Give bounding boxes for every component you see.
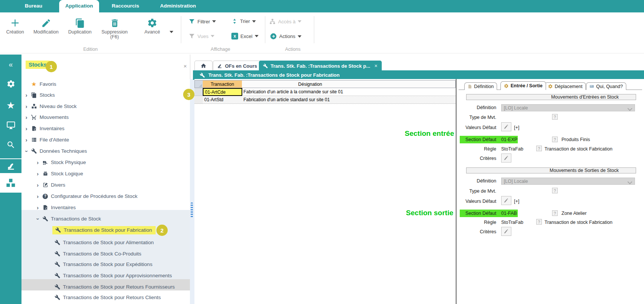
menu-bureau[interactable]: Bureau	[18, 0, 49, 11]
wrench-icon	[54, 284, 61, 290]
help-button[interactable]: ?	[552, 137, 558, 142]
definition-combobox[interactable]: [LO] Locale	[501, 178, 635, 185]
sidebar-item-label: Niveau de Stock	[40, 103, 76, 109]
sidebar-item-favoris[interactable]: ★ Favoris	[21, 79, 192, 90]
tab-label: Définition	[474, 84, 494, 89]
column-header-designation[interactable]: Désignation	[242, 80, 379, 88]
group-label-edition: Edition	[68, 47, 113, 52]
cell-designation[interactable]: Fabrication d'un article à la commande s…	[242, 88, 456, 96]
column-header-transaction[interactable]: Transaction	[203, 80, 242, 88]
chevron-right-icon[interactable]: ›	[35, 161, 40, 164]
row-selector[interactable]	[194, 96, 203, 104]
tab-entree-sortie[interactable]: Entrée / Sortie	[500, 81, 546, 90]
annotation-badge-2: 2	[156, 225, 168, 236]
help-button[interactable]: ?	[552, 210, 558, 216]
sidebar-item-niveau-de-stock[interactable]: › Niveau de Stock	[21, 101, 192, 112]
settings-wheel-icon[interactable]	[0, 79, 21, 88]
help-button[interactable]: ?	[552, 188, 558, 193]
duplicate-button[interactable]: Duplication	[64, 15, 96, 35]
sidebar-item-stock-physique[interactable]: › Stock Physique	[21, 157, 203, 168]
field-label-valeurs-defaut: Valeurs Défaut	[459, 199, 496, 204]
stocks-module-icon[interactable]	[0, 173, 21, 193]
hand-edit-button[interactable]	[501, 196, 511, 205]
sidebar-item-inventaires[interactable]: › Inventaires	[21, 123, 192, 134]
filter-button[interactable]: Filtrer	[188, 18, 216, 25]
chevron-right-icon[interactable]: ›	[24, 116, 29, 119]
chevron-down-icon[interactable]: ›	[24, 149, 29, 153]
field-label-type-mvt: Type de Mvt.	[459, 115, 496, 120]
cell-transaction[interactable]: 01-ArtStd	[203, 96, 242, 104]
tab-definition[interactable]: Définition	[464, 82, 497, 90]
row-selector[interactable]	[194, 88, 203, 96]
sort-button[interactable]: Trier	[231, 18, 256, 24]
help-button[interactable]: ?	[536, 146, 542, 151]
dropdown-caret-icon[interactable]	[170, 31, 173, 33]
monitor-icon[interactable]	[0, 121, 21, 130]
grid-corner-cell[interactable]	[194, 80, 203, 88]
tab-deplacement[interactable]: Déplacement	[545, 82, 586, 90]
favorites-star-icon[interactable]: ★	[0, 100, 21, 111]
funnel-icon	[188, 33, 195, 40]
sidebar-item-donnees-techniques[interactable]: › Données Techniques	[21, 146, 192, 157]
wrench-icon	[41, 216, 49, 222]
actions-button[interactable]: Actions	[270, 33, 301, 40]
create-button[interactable]: Création	[0, 15, 31, 35]
excel-button[interactable]: x Excel	[231, 33, 259, 40]
help-button[interactable]: ?	[536, 219, 542, 225]
view-title-bar: Trans. Stk. Fab. :Transactions de Stock …	[193, 70, 644, 80]
edit-icon	[41, 182, 49, 188]
chevron-right-icon[interactable]: ›	[24, 93, 29, 97]
sidebar-item-stock-logique[interactable]: › Stock Logique	[21, 168, 203, 179]
defaults-add-link[interactable]: [+]	[514, 125, 519, 130]
chevron-right-icon[interactable]: ›	[24, 105, 29, 108]
hand-edit-button[interactable]	[501, 122, 511, 131]
chevron-right-icon[interactable]: ›	[35, 195, 40, 198]
delete-button[interactable]: Suppression(F6)	[99, 15, 130, 40]
dropdown-caret-icon	[298, 20, 301, 23]
collapse-icon[interactable]: «	[0, 60, 21, 69]
chevron-right-icon[interactable]: ›	[35, 206, 40, 210]
tab-trans-stk-fab[interactable]: Trans. Stk. Fab. :Transactions de Stock …	[259, 61, 382, 71]
splitter-grip[interactable]	[191, 202, 193, 217]
cell-transaction-selected[interactable]: 01-ArtCde	[203, 88, 242, 96]
hand-edit-button[interactable]	[501, 227, 511, 236]
views-button[interactable]: Vues	[188, 33, 214, 40]
drawer-icon	[41, 171, 49, 177]
menu-administration[interactable]: Administration	[158, 0, 198, 11]
modify-button[interactable]: Modification	[30, 15, 62, 35]
list-icon	[30, 137, 38, 143]
help-button[interactable]: ?	[552, 114, 558, 120]
sidebar-item-divers[interactable]: › Divers	[21, 179, 203, 190]
cell-designation[interactable]: Fabrication d'un article standard sur si…	[242, 96, 456, 104]
panel-splitter[interactable]	[190, 79, 194, 304]
hand-edit-button[interactable]	[501, 154, 511, 163]
chevron-right-icon[interactable]: ›	[35, 172, 40, 176]
close-panel-icon[interactable]: ×	[184, 63, 187, 69]
sidebar-item-stocks[interactable]: › Stocks	[21, 90, 192, 100]
defaults-add-link[interactable]: [+]	[514, 199, 519, 204]
sidebar-item-inventaires-2[interactable]: › Inventaires	[21, 202, 203, 213]
sidebar-item-transactions-de-stock[interactable]: › Transactions de Stock	[21, 213, 203, 224]
chevron-down-icon[interactable]: ›	[35, 217, 40, 221]
button-label: Accès à	[278, 19, 295, 24]
chevron-right-icon[interactable]: ›	[24, 127, 29, 131]
chevron-right-icon[interactable]: ›	[35, 183, 40, 187]
advanced-button[interactable]: Avancé	[136, 15, 168, 35]
menu-application[interactable]: Application	[59, 0, 99, 11]
sidebar-item-configurateur[interactable]: › ? Configurateur de Procédures de Stock	[21, 191, 203, 202]
search-icon[interactable]	[0, 140, 21, 149]
tab-qui-quand[interactable]: Qui, Quand?	[586, 82, 626, 90]
pencil-icon	[30, 15, 62, 28]
sidebar-item-file-attente[interactable]: › File d'Attente	[21, 134, 192, 145]
module-rail: « ★	[0, 55, 21, 304]
tab-home[interactable]	[194, 61, 213, 71]
access-button[interactable]: Accès à	[269, 18, 301, 25]
definition-combobox[interactable]: [LO] Locale	[501, 104, 635, 111]
sidebar-item-label: Stocks	[40, 92, 55, 98]
chevron-right-icon[interactable]: ›	[24, 138, 29, 142]
menu-raccourcis[interactable]: Raccourcis	[110, 0, 141, 11]
close-tab-icon[interactable]: ×	[374, 63, 377, 69]
production-module-icon[interactable]	[0, 159, 21, 173]
sidebar-item-mouvements[interactable]: › Mouvements	[21, 112, 192, 123]
robot-arm-icon	[217, 63, 222, 68]
